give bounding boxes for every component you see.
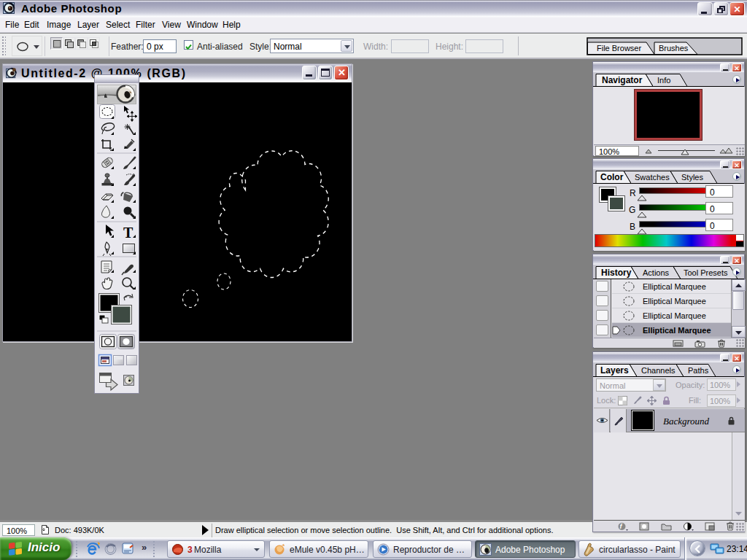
svg-text:Layers: Layers [600, 365, 629, 376]
svg-text:Tool Presets: Tool Presets [684, 268, 728, 277]
svg-text:Styles: Styles [681, 173, 703, 182]
svg-text:History: History [601, 268, 632, 278]
svg-text:File Browser: File Browser [597, 44, 641, 52]
svg-text:Brushes: Brushes [659, 44, 689, 52]
svg-text:Channels: Channels [641, 366, 676, 375]
svg-text:Paths: Paths [688, 366, 709, 375]
svg-text:T: T [123, 225, 133, 241]
svg-text:Navigator: Navigator [602, 75, 643, 85]
svg-text:Info: Info [657, 76, 670, 85]
svg-text:Color: Color [600, 172, 624, 182]
svg-text:Actions: Actions [643, 268, 670, 277]
svg-text:Swatches: Swatches [635, 173, 670, 182]
